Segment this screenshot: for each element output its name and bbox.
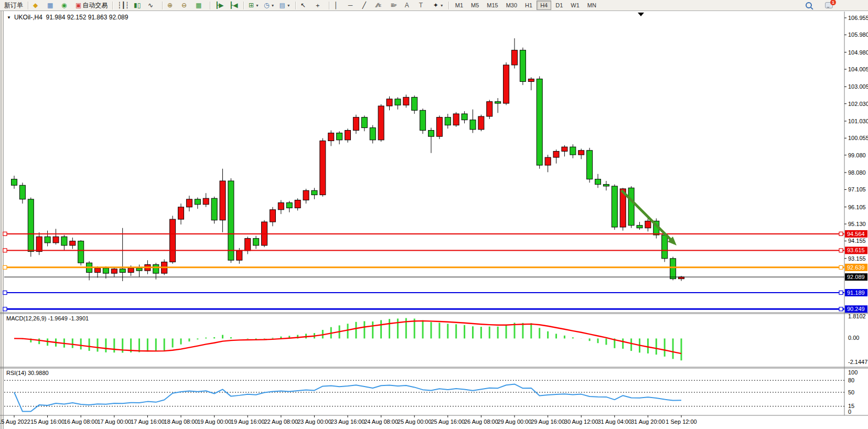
- vertical-line-button[interactable]: │: [332, 0, 346, 10]
- toolbar: 新订单◆▦◉▣自动交易┆┃┆▮▯∿⊕⊖▦┠▶┠◀⊞▼◷▼▤▼↖＋│─╱∕∕E≡F…: [0, 0, 868, 11]
- arrows-caret-icon[interactable]: ▼: [440, 4, 444, 7]
- fibonacci-icon: ≡: [391, 2, 394, 8]
- market-watch-button[interactable]: ▦: [45, 0, 59, 10]
- indicators-caret-icon[interactable]: ▼: [255, 4, 259, 7]
- timeframe-m15[interactable]: M15: [483, 1, 501, 10]
- macd-axis-label: -2.1447: [848, 359, 867, 365]
- toolbar-separator: [243, 2, 244, 9]
- time-axis-label: 26 Aug 08:00: [464, 419, 498, 425]
- time-axis-label: 1 Sep 12:00: [666, 419, 696, 425]
- chart-canvas[interactable]: 106.955105.980104.980104.005103.005102.0…: [0, 11, 868, 429]
- macd-axis-label: 1.8102: [848, 313, 866, 319]
- timeframe-m5[interactable]: M5: [467, 1, 483, 10]
- search-button[interactable]: [803, 0, 817, 10]
- price-tick-label: 95.130: [848, 221, 866, 227]
- line-handle[interactable]: [839, 291, 843, 295]
- line-handle[interactable]: [3, 291, 7, 295]
- new-order-button[interactable]: 新订单: [2, 0, 25, 10]
- indicators-button[interactable]: ⊞▼: [247, 0, 261, 10]
- tile-windows-icon: ▦: [196, 2, 201, 8]
- time-axis-label: 24 Aug 08:00: [364, 419, 398, 425]
- chart-shift-button[interactable]: ┠◀: [227, 0, 241, 10]
- notification-badge: 1: [830, 0, 836, 5]
- macd-label: MACD(12,26,9) -1.9649 -1.3901: [6, 315, 89, 321]
- templates-button[interactable]: ▤▼: [277, 0, 292, 10]
- templates-icon: ▤: [279, 2, 285, 8]
- text-button[interactable]: A: [403, 0, 416, 10]
- bar-chart-button[interactable]: ┆┃┆: [115, 0, 131, 10]
- timeframe-h4[interactable]: H4: [537, 1, 551, 10]
- cursor-button[interactable]: ↖: [298, 0, 312, 10]
- timeframe-mn[interactable]: MN: [584, 1, 600, 10]
- toolbar-separator: [162, 2, 163, 9]
- price-tick-label: 102.030: [848, 101, 868, 107]
- macd-axis-label: 0.00: [848, 335, 859, 341]
- tile-windows-button[interactable]: ▦: [194, 0, 207, 10]
- line-handle[interactable]: [839, 265, 843, 269]
- line-handle[interactable]: [3, 307, 7, 311]
- chart-shift-icon: ┠◀: [229, 2, 238, 8]
- chart-title-text: UKOil-,H4 91.984 92.152 91.863 92.089: [14, 14, 128, 21]
- crosshair-icon: ＋: [315, 2, 321, 8]
- line-handle[interactable]: [3, 232, 7, 235]
- price-tick-label: 103.005: [848, 83, 868, 90]
- timeframe-w1[interactable]: W1: [567, 1, 583, 10]
- timeframe-m30[interactable]: M30: [502, 1, 521, 10]
- timeframe-d1[interactable]: D1: [552, 1, 566, 10]
- time-axis-label: 19 Aug 16:00: [231, 419, 265, 425]
- navigator-button[interactable]: ◉: [59, 0, 73, 10]
- templates-caret-icon[interactable]: ▼: [287, 4, 291, 7]
- toolbar-separator: [329, 2, 329, 9]
- crosshair-button[interactable]: ＋: [313, 0, 326, 10]
- price-tick-label: 93.155: [848, 255, 866, 262]
- chart-collapse-icon[interactable]: ▼: [7, 15, 11, 20]
- periods-caret-icon[interactable]: ▼: [271, 4, 275, 7]
- line-handle[interactable]: [3, 265, 7, 269]
- toolbar-separator: [28, 2, 28, 9]
- text-label-button[interactable]: T: [417, 0, 431, 10]
- time-axis-label: 22 Aug 08:00: [264, 419, 298, 425]
- new-chart-button[interactable]: ┠▶: [213, 0, 227, 10]
- price-tick-label: 100.055: [848, 135, 868, 141]
- rsi-axis-label: 0: [848, 409, 851, 415]
- line-chart-button[interactable]: ∿: [146, 0, 159, 10]
- horizontal-line-button[interactable]: ─: [346, 0, 360, 10]
- time-axis-label: 15 Aug 16:00: [30, 419, 65, 425]
- line-handle[interactable]: [3, 249, 7, 252]
- time-axis-label: 25 Aug 00:00: [398, 419, 432, 425]
- price-tick-label: 96.105: [848, 204, 866, 210]
- equidistant-channel-button[interactable]: ∕∕E: [374, 0, 388, 10]
- trendline-button[interactable]: ╱: [360, 0, 374, 10]
- chart-title: ▼ UKOil-,H4 91.984 92.152 91.863 92.089: [7, 14, 128, 21]
- bar-chart-icon: ┆┃┆: [117, 2, 129, 8]
- new-chart-icon: ┠▶: [215, 2, 223, 8]
- time-axis-label: 16 Aug 08:00: [64, 419, 98, 425]
- time-axis-label: 17 Aug 16:00: [131, 419, 165, 425]
- line-handle[interactable]: [839, 232, 843, 235]
- candlestick-chart-button[interactable]: ▮▯: [132, 0, 145, 10]
- time-axis-label: 30 Aug 12:00: [564, 419, 598, 425]
- equidistant-channel-sub-label: E: [379, 3, 381, 8]
- profiles-button[interactable]: ◆: [31, 0, 45, 10]
- toolbar-separator: [112, 2, 113, 9]
- timeframe-m1[interactable]: M1: [452, 1, 467, 10]
- line-handle[interactable]: [839, 307, 843, 311]
- auto-trading-button[interactable]: ▣自动交易: [73, 0, 110, 10]
- rsi-label: RSI(14) 30.9880: [6, 370, 49, 376]
- periods-button[interactable]: ◷▼: [262, 0, 276, 10]
- line-handle[interactable]: [839, 249, 843, 252]
- vertical-line-icon: │: [334, 2, 338, 8]
- timeframe-h1[interactable]: H1: [521, 1, 536, 10]
- chat-button[interactable]: 1: [823, 0, 837, 10]
- time-axis-label: 29 Aug 00:00: [498, 419, 532, 425]
- toolbar-separator: [210, 2, 210, 9]
- price-line-label: 94.564: [847, 231, 865, 237]
- arrows-button[interactable]: ✦▼: [431, 0, 446, 10]
- fibonacci-button[interactable]: ≡F: [389, 0, 402, 10]
- toolbar-separator: [448, 2, 449, 9]
- profiles-icon: ◆: [33, 2, 38, 8]
- indicators-icon: ⊞: [249, 2, 254, 8]
- zoom-in-button[interactable]: ⊕: [165, 0, 179, 10]
- zoom-out-button[interactable]: ⊖: [179, 0, 193, 10]
- window-left-edge: [0, 11, 4, 429]
